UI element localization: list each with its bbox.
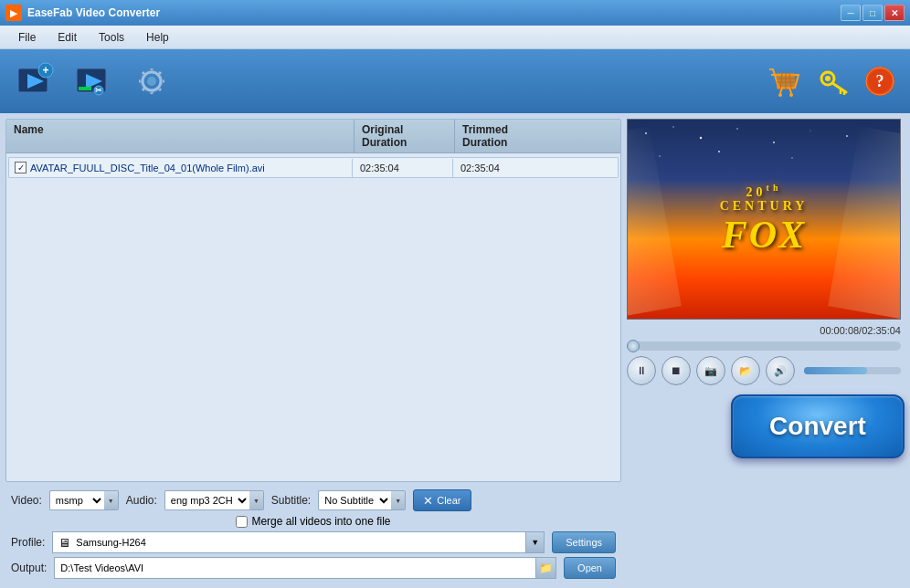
merge-label: Merge all videos into one file <box>251 515 390 528</box>
media-controls-row: Video: msmp ▼ Audio: eng mp3 2CH ▼ Subti… <box>11 489 616 511</box>
svg-point-40 <box>672 126 674 128</box>
settings-button[interactable]: Settings <box>552 531 616 553</box>
maximize-button[interactable]: □ <box>862 5 883 21</box>
svg-rect-6 <box>79 87 91 90</box>
open-button[interactable]: Open <box>564 557 616 579</box>
app-icon: ▶ <box>5 5 22 21</box>
settings-gear-icon <box>132 61 172 101</box>
menu-tools[interactable]: Tools <box>88 28 135 47</box>
profile-label: Profile: <box>11 536 45 549</box>
open-file-button[interactable]: 📂 <box>731 356 760 385</box>
volume-button[interactable]: 🔊 <box>766 356 795 385</box>
add-video-button[interactable]: + <box>9 56 60 107</box>
output-path-text: D:\Test Videos\AVI <box>60 562 143 573</box>
subtitle-dropdown-arrow[interactable]: ▼ <box>391 490 406 510</box>
svg-point-31 <box>825 76 831 81</box>
video-select[interactable]: msmp <box>49 490 104 510</box>
svg-text:+: + <box>42 64 48 77</box>
video-preview: 20th CENTURY FOX <box>627 119 901 320</box>
convert-label: Convert <box>769 412 866 441</box>
bottom-controls: Video: msmp ▼ Audio: eng mp3 2CH ▼ Subti… <box>5 486 621 583</box>
file-list-body: ✓ AVATAR_FUULL_DISC_Title_04_01(Whole Fi… <box>6 153 620 182</box>
subtitle-select[interactable]: No Subtitle <box>318 490 391 510</box>
svg-point-47 <box>718 151 720 152</box>
audio-select[interactable]: eng mp3 2CH <box>164 490 249 510</box>
svg-point-10 <box>147 77 156 86</box>
profile-value: Samsung-H264 <box>76 537 145 548</box>
file-name-cell: ✓ AVATAR_FUULL_DISC_Title_04_01(Whole Fi… <box>9 158 352 177</box>
video-select-group: msmp ▼ <box>49 490 119 510</box>
col-trim-header: Trimmed Duration <box>454 120 555 152</box>
output-path-display: D:\Test Videos\AVI <box>54 557 536 579</box>
file-list-container: Name Original Duration Trimmed Duration … <box>5 119 621 482</box>
volume-slider[interactable] <box>804 367 901 374</box>
help-button[interactable]: ? <box>859 60 901 102</box>
table-row[interactable]: ✓ AVATAR_FUULL_DISC_Title_04_01(Whole Fi… <box>8 157 619 178</box>
svg-point-43 <box>773 142 775 143</box>
camera-icon: 📷 <box>704 365 717 377</box>
subtitle-select-group: No Subtitle ▼ <box>318 490 406 510</box>
audio-label: Audio: <box>126 494 157 507</box>
file-checkbox[interactable]: ✓ <box>15 162 26 173</box>
svg-point-41 <box>700 137 702 139</box>
stop-button[interactable]: ⏹ <box>661 356 691 385</box>
add-video-icon: + <box>15 61 55 101</box>
svg-point-46 <box>659 155 661 157</box>
fox-20th: 20th <box>720 183 809 199</box>
file-trim-duration: 02:35:04 <box>452 159 553 177</box>
clear-icon: ✕ <box>423 494 433 508</box>
audio-dropdown-arrow[interactable]: ▼ <box>249 490 264 510</box>
edit-button[interactable]: ✂ <box>68 56 119 107</box>
svg-point-42 <box>736 128 738 130</box>
snapshot-button[interactable]: 📷 <box>696 356 725 385</box>
buy-button[interactable] <box>764 60 806 102</box>
register-button[interactable] <box>811 60 853 102</box>
svg-text:?: ? <box>876 72 884 90</box>
toolbar-right: ? <box>764 60 901 102</box>
output-row: Output: D:\Test Videos\AVI 📁 Open <box>11 557 616 579</box>
output-label: Output: <box>11 562 47 574</box>
subtitle-label: Subtitle: <box>271 494 311 507</box>
menu-bar: File Edit Tools Help <box>0 26 910 49</box>
player-controls: ⏸ ⏹ 📷 📂 🔊 <box>627 356 901 385</box>
file-list-header: Name Original Duration Trimmed Duration <box>6 120 620 153</box>
pause-icon: ⏸ <box>636 364 647 377</box>
right-panel: 20th CENTURY FOX 00:00:08/02:35:04 ⏸ ⏹ <box>627 113 910 588</box>
main-content: Name Original Duration Trimmed Duration … <box>0 113 910 588</box>
profile-select[interactable]: 🖥 Samsung-H264 <box>52 531 526 553</box>
svg-text:✂: ✂ <box>95 86 102 95</box>
fox-fox: FOX <box>720 214 809 256</box>
fox-century: CENTURY <box>720 199 809 213</box>
toolbar: + ✂ <box>0 49 910 113</box>
right-bottom: Convert <box>627 391 905 458</box>
col-name-header: Name <box>6 120 354 152</box>
settings-toolbar-button[interactable] <box>126 56 177 107</box>
convert-button[interactable]: Convert <box>731 394 905 458</box>
profile-row: Profile: 🖥 Samsung-H264 ▼ Settings <box>11 531 616 553</box>
video-progress-bar[interactable] <box>627 341 901 351</box>
menu-edit[interactable]: Edit <box>47 28 88 47</box>
svg-point-23 <box>778 93 782 97</box>
merge-row: Merge all videos into one file <box>11 515 616 528</box>
profile-dropdown-arrow[interactable]: ▼ <box>526 531 545 553</box>
svg-point-48 <box>791 157 793 159</box>
pause-button[interactable]: ⏸ <box>627 356 656 385</box>
minimize-button[interactable]: ─ <box>841 5 861 21</box>
clear-button[interactable]: ✕ Clear <box>413 489 471 511</box>
left-panel: Name Original Duration Trimmed Duration … <box>0 113 627 588</box>
menu-file[interactable]: File <box>7 28 47 47</box>
title-bar: ▶ EaseFab Video Converter ─ □ ✕ <box>0 0 910 26</box>
edit-icon: ✂ <box>73 61 113 101</box>
merge-checkbox[interactable] <box>236 516 248 528</box>
close-button[interactable]: ✕ <box>884 5 905 21</box>
clear-label: Clear <box>437 495 460 506</box>
video-dropdown-arrow[interactable]: ▼ <box>104 490 119 510</box>
progress-handle[interactable] <box>627 340 640 352</box>
menu-help[interactable]: Help <box>135 28 180 47</box>
app-title: EaseFab Video Converter <box>27 6 841 19</box>
window-controls: ─ □ ✕ <box>841 5 905 21</box>
browse-folder-button[interactable]: 📁 <box>536 557 556 579</box>
file-orig-duration: 02:35:04 <box>352 159 452 177</box>
video-label: Video: <box>11 494 42 507</box>
speaker-icon: 🔊 <box>774 365 787 377</box>
